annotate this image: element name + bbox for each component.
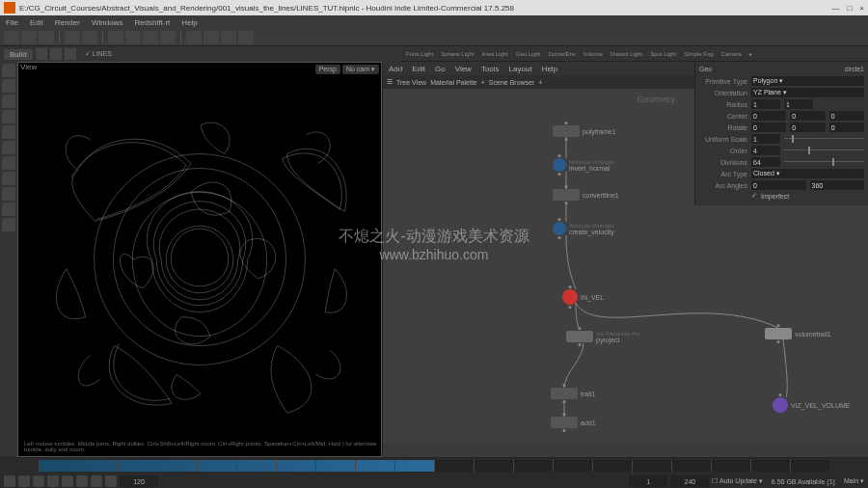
tab-plus1[interactable]: + bbox=[481, 79, 485, 86]
shelf-more[interactable]: ▸ bbox=[746, 49, 755, 58]
order-field[interactable]: 4 bbox=[751, 146, 780, 155]
select-tool-icon[interactable] bbox=[2, 64, 15, 77]
shelf-sphere-light[interactable]: Sphere Light bbox=[438, 50, 476, 58]
ng-add[interactable]: Add bbox=[389, 65, 402, 73]
node-viz-vel[interactable]: VIZ_VEL_VOLUME bbox=[773, 397, 850, 413]
shelf-spot-light[interactable]: Spot Light bbox=[647, 50, 679, 58]
tab-matpal[interactable]: Material Palette bbox=[430, 79, 477, 86]
arcangle-end[interactable]: 360 bbox=[810, 180, 865, 190]
center-y[interactable]: 0 bbox=[790, 111, 825, 121]
menu-help[interactable]: Help bbox=[181, 18, 197, 27]
tool-a-icon[interactable] bbox=[186, 31, 202, 44]
play-next-icon[interactable] bbox=[62, 475, 73, 487]
desktop-tab[interactable]: Build bbox=[4, 49, 33, 60]
node-trail[interactable]: trail1 bbox=[551, 388, 595, 399]
timeline-track[interactable] bbox=[39, 460, 829, 472]
rotate-x[interactable]: 0 bbox=[751, 122, 786, 132]
rotate-y[interactable]: 0 bbox=[790, 122, 825, 132]
ng-help[interactable]: Help bbox=[542, 65, 557, 73]
primtype-field[interactable]: Polygon ▾ bbox=[751, 76, 864, 86]
divisions-slider[interactable] bbox=[784, 158, 864, 166]
shelf-distant-light[interactable]: Distant Light bbox=[608, 50, 645, 58]
camera-menu[interactable]: No cam ▾ bbox=[342, 65, 379, 74]
uscale-field[interactable]: 1 bbox=[751, 134, 780, 144]
node-in-vel[interactable]: IN_VEL bbox=[562, 289, 604, 305]
node-create-velocity[interactable]: Attribute Wranglecreate_velocity bbox=[553, 222, 614, 235]
rotate-tool-icon[interactable] bbox=[2, 95, 15, 108]
range-start[interactable]: 1 bbox=[629, 475, 667, 487]
frame-current[interactable]: 120 bbox=[120, 475, 158, 487]
play-last-icon[interactable] bbox=[76, 475, 88, 487]
menu-windows[interactable]: Windows bbox=[92, 18, 122, 27]
tab-plus2[interactable]: + bbox=[538, 79, 542, 86]
node-pyroject[interactable]: Vol Rasterize Attrpyroject bbox=[566, 330, 640, 343]
ng-tools[interactable]: Tools bbox=[481, 65, 500, 73]
divisions-field[interactable]: 64 bbox=[751, 157, 780, 167]
persp-menu[interactable]: Persp bbox=[315, 65, 340, 74]
scale-tool-icon[interactable] bbox=[2, 110, 15, 123]
play-fwd-icon[interactable] bbox=[47, 475, 59, 487]
play-prev-icon[interactable] bbox=[18, 475, 30, 487]
center-x[interactable]: 0 bbox=[751, 111, 786, 121]
view-tool-icon[interactable] bbox=[2, 156, 15, 170]
take-menu[interactable]: Main ▾ bbox=[844, 477, 864, 485]
loop-icon[interactable] bbox=[105, 475, 117, 487]
tool-redo-icon[interactable] bbox=[82, 31, 97, 44]
shelf-area-light[interactable]: Area Light bbox=[478, 50, 510, 58]
render-tool-icon[interactable] bbox=[2, 172, 15, 185]
shelf-dome-env[interactable]: Dome/Env bbox=[546, 50, 579, 58]
realtime-icon[interactable] bbox=[91, 475, 102, 487]
close-button[interactable]: × bbox=[859, 4, 864, 13]
order-slider[interactable] bbox=[784, 147, 864, 154]
viewport[interactable]: View Persp No cam ▾ bbox=[17, 62, 382, 457]
shelf-geo-light[interactable]: Geo Light bbox=[513, 50, 544, 58]
param-path[interactable]: Geo bbox=[699, 66, 712, 72]
center-z[interactable]: 0 bbox=[829, 111, 864, 121]
tool-open-icon[interactable] bbox=[21, 31, 37, 44]
maximize-button[interactable]: □ bbox=[847, 4, 852, 13]
tool-c-icon[interactable] bbox=[221, 31, 236, 44]
tool-j-icon[interactable] bbox=[2, 203, 15, 216]
node-polyframe[interactable]: polyframe1 bbox=[553, 125, 616, 137]
arcangle-start[interactable]: 0 bbox=[751, 180, 806, 190]
ng-view[interactable]: View bbox=[455, 65, 472, 73]
uscale-slider[interactable] bbox=[784, 135, 864, 143]
node-convertline[interactable]: convertline1 bbox=[553, 189, 619, 201]
node-add[interactable]: add1 bbox=[551, 417, 596, 428]
tool-snap-icon[interactable] bbox=[108, 31, 123, 44]
tool-i-icon[interactable] bbox=[2, 187, 15, 201]
tool-options-icon[interactable] bbox=[160, 31, 176, 44]
auto-update[interactable]: ☐ Auto Update ▾ bbox=[712, 477, 762, 485]
menu-file[interactable]: File bbox=[6, 18, 18, 27]
tool-display-icon[interactable] bbox=[143, 31, 158, 44]
ng-edit[interactable]: Edit bbox=[412, 65, 425, 73]
shelf-point-light[interactable]: Point Light bbox=[403, 50, 436, 58]
menu-render[interactable]: Render bbox=[55, 18, 80, 27]
tab-tree-view[interactable]: Tree View bbox=[396, 79, 426, 86]
shelf-camera[interactable]: Camera bbox=[719, 50, 745, 58]
param-name[interactable]: circle1 bbox=[845, 66, 864, 72]
menu-redshift[interactable]: Redshift-rt bbox=[134, 18, 170, 27]
tool-undo-icon[interactable] bbox=[65, 31, 80, 44]
range-end[interactable]: 240 bbox=[670, 475, 709, 487]
shelf-simple-fog[interactable]: Simple Fog bbox=[681, 50, 716, 58]
sb-icon-3[interactable] bbox=[65, 48, 76, 60]
move-tool-icon[interactable] bbox=[2, 79, 15, 93]
handle-tool-icon[interactable] bbox=[2, 141, 15, 154]
imperfect-check[interactable]: ✓ bbox=[751, 192, 757, 200]
ng-layout[interactable]: Layout bbox=[509, 65, 532, 73]
node-invert-normal[interactable]: Attribute Wrangleinvert_normal bbox=[553, 158, 613, 172]
node-volumetrail[interactable]: volumetrail1 bbox=[765, 328, 831, 339]
shelf-volume[interactable]: Volume bbox=[581, 50, 606, 58]
tab-tree-icon[interactable]: ☰ bbox=[387, 78, 393, 86]
sb-icon-1[interactable] bbox=[36, 48, 47, 60]
ng-go[interactable]: Go bbox=[435, 65, 446, 73]
tool-k-icon[interactable] bbox=[2, 218, 15, 231]
radius-y[interactable]: 1 bbox=[784, 99, 813, 109]
tool-grid-icon[interactable] bbox=[125, 31, 141, 44]
tool-new-icon[interactable] bbox=[4, 31, 19, 44]
orient-field[interactable]: YZ Plane ▾ bbox=[751, 88, 864, 97]
tool-b-icon[interactable] bbox=[203, 31, 219, 44]
tab-scene-browser[interactable]: Scene Browser bbox=[489, 79, 534, 86]
radius-x[interactable]: 1 bbox=[751, 99, 780, 109]
